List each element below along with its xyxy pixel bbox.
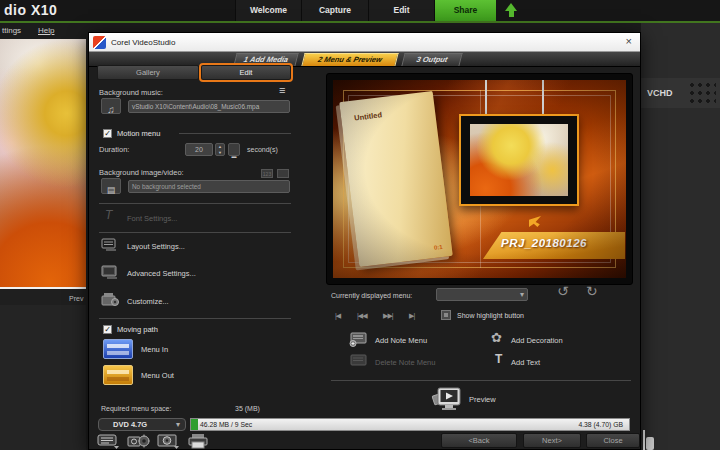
- redo-icon[interactable]: ↻: [586, 283, 598, 299]
- nav-tab-edit[interactable]: Edit: [368, 0, 434, 21]
- required-space-value: 35 (MB): [235, 404, 260, 413]
- add-text-button[interactable]: Add Text: [511, 358, 540, 367]
- go-previous-menu-icon[interactable]: |◀◀: [357, 311, 367, 321]
- chevron-down-icon: ▾: [176, 419, 180, 430]
- share-dialog: Corel VideoStudio × 1 Add Media 2 Menu &…: [88, 32, 641, 450]
- duration-unit: second(s): [247, 145, 278, 154]
- undo-icon[interactable]: ↺: [557, 283, 569, 299]
- layout-settings-icon: [101, 238, 120, 252]
- duration-slider-button[interactable]: ▬: [228, 143, 240, 156]
- format-strip: VCHD: [641, 78, 720, 108]
- nav-tab-capture[interactable]: Capture: [301, 0, 368, 21]
- app-title: dio X10: [4, 2, 57, 18]
- menu-preview-canvas: Untitled 0:1 PRJ_20180126: [333, 80, 626, 278]
- delete-note-menu-button: Delete Note Menu: [375, 358, 435, 367]
- background-right-panel: VCHD: [641, 23, 720, 450]
- background-music-label: Background music:: [99, 88, 163, 97]
- duration-spinner[interactable]: ▲ ▼: [215, 143, 225, 156]
- background-preview-label: Prev: [69, 295, 83, 302]
- divider: [99, 318, 291, 319]
- project-properties-icon[interactable]: [97, 433, 121, 449]
- customize-button[interactable]: Customize...: [127, 297, 169, 306]
- app-top-bar: dio X10 Welcome Capture Edit Share: [0, 0, 720, 23]
- duration-value-field[interactable]: 20: [185, 143, 213, 156]
- background-scrollbar[interactable]: [643, 430, 645, 450]
- show-highlight-label: Show highlight button: [457, 311, 524, 320]
- nav-tab-welcome[interactable]: Welcome: [235, 0, 301, 21]
- upload-arrow-icon[interactable]: [505, 3, 517, 18]
- divider: [179, 133, 291, 134]
- menu-out-label: Menu Out: [141, 371, 174, 380]
- layout-settings-button[interactable]: Layout Settings...: [127, 242, 185, 251]
- preview-button-label[interactable]: Preview: [469, 395, 496, 404]
- menu-help[interactable]: Help: [38, 26, 54, 35]
- music-file-icon[interactable]: ♫: [101, 98, 121, 114]
- music-list-icon[interactable]: ≡: [279, 84, 285, 96]
- videostudio-app: dio X10 Welcome Capture Edit Share tting…: [0, 0, 720, 450]
- format-label: VCHD: [647, 88, 673, 98]
- moving-path-checkbox[interactable]: ✓: [103, 325, 112, 334]
- menu-in-thumbnail[interactable]: [103, 339, 133, 359]
- delete-note-menu-icon: [349, 354, 370, 369]
- video-option-icon[interactable]: [277, 169, 289, 178]
- motion-menu-label: Motion menu: [117, 129, 160, 138]
- tab-edit[interactable]: Edit: [201, 65, 291, 80]
- vignette-overlay: [333, 80, 626, 278]
- disc-space-total-text: 4.38 (4.70) GB: [578, 421, 623, 428]
- preview-monitor: Untitled 0:1 PRJ_20180126: [326, 73, 633, 285]
- menu-in-label: Menu In: [141, 345, 168, 354]
- dialog-title-bar: Corel VideoStudio ×: [89, 33, 640, 52]
- go-last-menu-icon[interactable]: ▶|: [409, 311, 414, 321]
- background-file-icon[interactable]: ▤: [101, 178, 121, 194]
- add-decoration-icon: ✿: [491, 330, 502, 345]
- dialog-title: Corel VideoStudio: [111, 38, 175, 47]
- required-space-label: Required menu space:: [101, 404, 171, 413]
- divider: [99, 203, 291, 204]
- nav-tab-share[interactable]: Share: [434, 0, 496, 21]
- go-next-menu-icon[interactable]: ▶▶|: [383, 311, 393, 321]
- moving-path-label: Moving path: [117, 325, 158, 334]
- duration-label: Duration:: [99, 145, 129, 154]
- add-text-icon: T: [495, 352, 502, 366]
- font-settings-button: Font Settings...: [127, 214, 177, 223]
- customize-icon: [101, 291, 121, 307]
- background-left-panel: [0, 305, 86, 450]
- step-tab-menu-preview[interactable]: 2 Menu & Preview: [301, 53, 398, 66]
- advanced-settings-button[interactable]: Advanced Settings...: [127, 269, 196, 278]
- font-settings-icon: T: [105, 208, 112, 222]
- preview-divider-line: [0, 287, 86, 289]
- next-button[interactable]: Next>: [523, 433, 581, 448]
- disc-space-used-text: 46.28 MB / 9 Sec: [200, 421, 252, 428]
- disc-space-bar: 46.28 MB / 9 Sec 4.38 (4.70) GB: [190, 418, 630, 431]
- dialog-close-icon[interactable]: ×: [626, 35, 632, 47]
- print-icon[interactable]: [187, 433, 209, 449]
- music-path-field[interactable]: vStudio X10\Content\Audio\08_Music06.mpa: [128, 100, 290, 113]
- divider: [331, 380, 631, 381]
- add-decoration-button[interactable]: Add Decoration: [511, 336, 563, 345]
- image-option-icon[interactable]: 123: [261, 169, 273, 178]
- menu-out-thumbnail[interactable]: [103, 365, 133, 385]
- background-image-label: Background image/video:: [99, 168, 184, 177]
- back-button[interactable]: <Back: [441, 433, 517, 448]
- scrollbar-thumb[interactable]: [646, 437, 654, 450]
- menu-settings[interactable]: ttings: [2, 26, 21, 35]
- app-logo-icon: [93, 36, 106, 49]
- go-first-menu-icon[interactable]: |◀: [335, 311, 340, 321]
- divider: [99, 232, 291, 233]
- add-note-menu-icon: [349, 332, 370, 347]
- burn-settings-icon[interactable]: [127, 433, 151, 449]
- show-highlight-checkbox[interactable]: [441, 310, 451, 320]
- preview-button-icon[interactable]: [425, 385, 463, 413]
- background-image-field[interactable]: No background selected: [128, 180, 290, 193]
- disc-space-used-segment: [191, 419, 198, 430]
- filmstrip-dots: [688, 81, 716, 105]
- step-tab-output[interactable]: 3 Output: [401, 53, 462, 66]
- disc-format-dropdown[interactable]: DVD 4.7G ▾: [98, 418, 186, 431]
- tab-gallery[interactable]: Gallery: [97, 65, 199, 80]
- add-note-menu-button[interactable]: Add Note Menu: [375, 336, 427, 345]
- motion-menu-checkbox[interactable]: ✓: [103, 129, 112, 138]
- background-preview-photo: [0, 39, 86, 287]
- displayed-menu-dropdown[interactable]: ▾: [436, 288, 528, 301]
- burn-disc-icon[interactable]: [157, 433, 181, 449]
- close-button[interactable]: Close: [586, 433, 640, 448]
